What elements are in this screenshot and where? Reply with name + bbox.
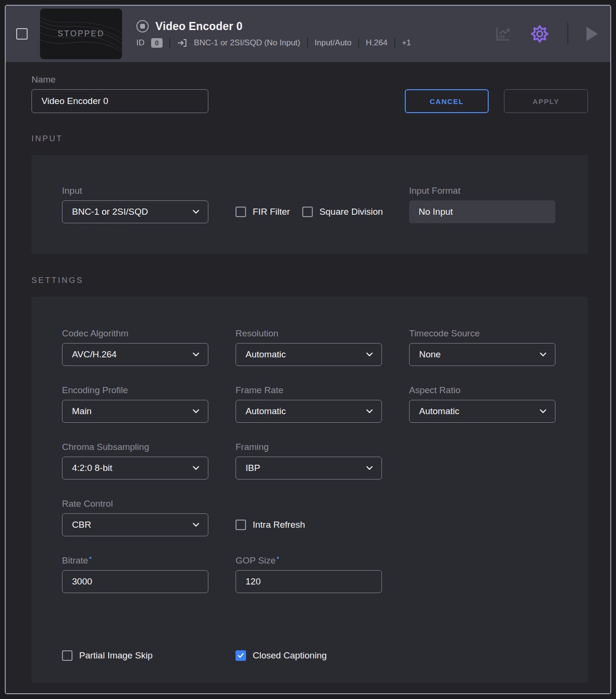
codec-algorithm-value: AVC/H.264 (72, 349, 117, 360)
closed-captioning-label: Closed Captioning (253, 650, 327, 661)
id-label: ID (136, 38, 144, 48)
checkbox[interactable] (236, 207, 246, 217)
required-dot: • (277, 553, 279, 562)
gop-size-input[interactable] (236, 570, 382, 593)
name-label: Name (31, 74, 208, 85)
chroma-subsampling-value: 4:2:0 8-bit (72, 463, 113, 473)
divider (358, 38, 359, 48)
chroma-subsampling-select[interactable]: 4:2:0 8-bit (62, 457, 208, 480)
encoding-profile-select[interactable]: Main (62, 400, 208, 423)
divider (394, 38, 395, 48)
cancel-button[interactable]: CANCEL (405, 89, 489, 113)
meta-mode: Input/Auto (315, 38, 352, 48)
id-badge: 0 (151, 38, 163, 48)
frame-rate-select[interactable]: Automatic (236, 400, 382, 423)
input-format-value: No Input (409, 200, 555, 223)
status-badge: STOPPED (58, 29, 104, 39)
timecode-source-value: None (419, 349, 441, 360)
input-source-icon (177, 38, 187, 48)
settings-section-title: SETTINGS (31, 276, 588, 285)
chroma-subsampling-label: Chroma Subsampling (62, 442, 208, 452)
square-division-checkbox[interactable]: Square Division (302, 207, 383, 217)
bitrate-label-text: Bitrate (62, 555, 88, 565)
chevron-down-icon (193, 210, 199, 214)
divider (307, 38, 308, 48)
play-button[interactable] (586, 27, 598, 41)
encoder-panel: STOPPED Video Encoder 0 ID 0 BNC-1 or 2S… (5, 5, 611, 694)
fir-filter-checkbox[interactable]: FIR Filter (236, 207, 290, 217)
chevron-down-icon (540, 409, 546, 414)
frame-rate-label: Frame Rate (236, 385, 382, 396)
resolution-value: Automatic (246, 349, 286, 360)
framing-label: Framing (236, 442, 382, 452)
resolution-label: Resolution (236, 328, 382, 339)
partial-image-skip-checkbox[interactable]: Partial Image Skip (62, 650, 208, 661)
chevron-down-icon (366, 353, 373, 357)
rate-control-value: CBR (72, 520, 91, 530)
chevron-down-icon (540, 353, 546, 357)
fir-filter-label: FIR Filter (253, 207, 290, 217)
bitrate-input[interactable] (62, 570, 208, 593)
partial-image-skip-label: Partial Image Skip (79, 650, 153, 661)
encoding-profile-label: Encoding Profile (62, 385, 208, 396)
encoder-form: Name CANCEL APPLY INPUT Input BNC-1 or 2… (6, 62, 610, 693)
apply-button[interactable]: APPLY (504, 89, 588, 113)
chevron-down-icon (366, 466, 373, 470)
closed-captioning-checkbox[interactable]: Closed Captioning (236, 650, 382, 661)
framing-select[interactable]: IBP (236, 457, 382, 480)
checkbox[interactable] (302, 207, 313, 217)
chevron-down-icon (193, 409, 199, 414)
encoder-meta: ID 0 BNC-1 or 2SI/SQD (No Input) Input/A… (136, 38, 411, 48)
checkbox[interactable] (62, 650, 72, 661)
codec-algorithm-select[interactable]: AVC/H.264 (62, 343, 208, 366)
input-label: Input (62, 186, 208, 196)
bitrate-label: Bitrate• (62, 555, 208, 566)
encoder-title: Video Encoder 0 (155, 20, 243, 33)
rate-control-select[interactable]: CBR (62, 513, 208, 536)
input-format-label: Input Format (409, 186, 555, 196)
frame-rate-value: Automatic (246, 406, 286, 417)
stopped-status-icon (136, 20, 149, 32)
meta-codec: H.264 (366, 38, 387, 48)
divider (169, 38, 170, 48)
chevron-down-icon (193, 353, 199, 357)
settings-gear-icon[interactable] (530, 24, 549, 43)
timecode-source-label: Timecode Source (409, 328, 555, 339)
gop-size-label: GOP Size• (236, 555, 382, 566)
input-section-card: Input BNC-1 or 2SI/SQD (31, 155, 588, 254)
resolution-select[interactable]: Automatic (236, 343, 382, 366)
select-encoder-checkbox[interactable] (16, 28, 28, 40)
rate-control-label: Rate Control (62, 499, 208, 509)
codec-algorithm-label: Codec Algorithm (62, 328, 208, 339)
aspect-ratio-select[interactable]: Automatic (409, 400, 555, 423)
required-dot: • (89, 553, 92, 562)
aspect-ratio-label: Aspect Ratio (409, 385, 555, 396)
statistics-icon[interactable] (494, 25, 512, 43)
chevron-down-icon (193, 466, 199, 470)
checkbox[interactable] (236, 520, 246, 530)
input-format-text: No Input (419, 207, 453, 217)
name-input[interactable] (31, 89, 208, 113)
meta-more-badge: +1 (402, 38, 411, 48)
chevron-down-icon (366, 409, 373, 414)
meta-source: BNC-1 or 2SI/SQD (No Input) (194, 38, 300, 48)
input-select[interactable]: BNC-1 or 2SI/SQD (62, 200, 208, 223)
chevron-down-icon (193, 523, 199, 527)
input-select-value: BNC-1 or 2SI/SQD (72, 207, 148, 217)
checkbox[interactable] (236, 650, 246, 661)
settings-section-card: Codec Algorithm AVC/H.264 Resolution Aut… (31, 297, 588, 683)
intra-refresh-label: Intra Refresh (253, 520, 305, 530)
preview-thumbnail: STOPPED (40, 9, 122, 59)
framing-value: IBP (246, 463, 260, 473)
timecode-source-select[interactable]: None (409, 343, 555, 366)
divider (567, 23, 568, 45)
encoder-header: STOPPED Video Encoder 0 ID 0 BNC-1 or 2S… (6, 6, 610, 62)
input-section-title: INPUT (31, 134, 588, 144)
square-division-label: Square Division (319, 207, 383, 217)
aspect-ratio-value: Automatic (419, 406, 459, 417)
gop-size-label-text: GOP Size (236, 555, 276, 565)
intra-refresh-checkbox[interactable]: Intra Refresh (236, 520, 305, 530)
encoding-profile-value: Main (72, 406, 92, 417)
check-icon (237, 653, 244, 658)
